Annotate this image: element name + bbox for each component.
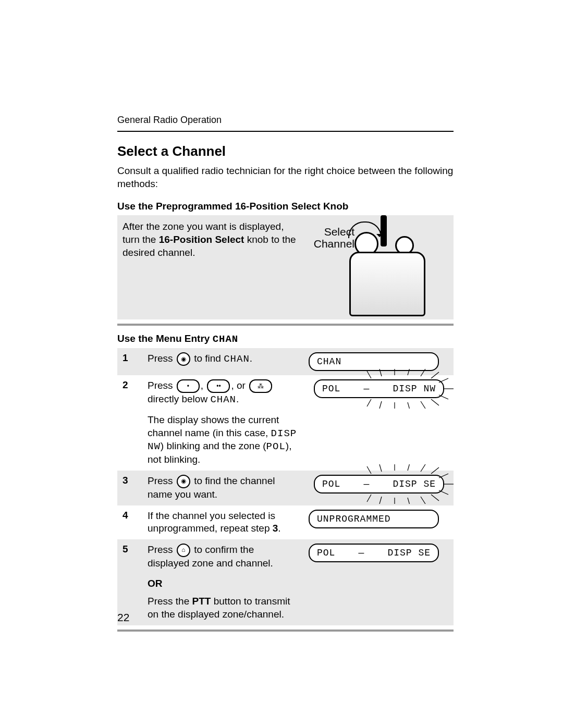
display-separator: — xyxy=(335,548,387,558)
page: General Radio Operation Select a Channel… xyxy=(0,0,563,728)
step-text: Press ◉ to find CHAN. xyxy=(148,352,298,366)
section-a-text: After the zone you want is displayed, tu… xyxy=(117,220,302,259)
step-number: 5 xyxy=(123,544,137,555)
svg-line-26 xyxy=(408,498,410,504)
display-left-text: POL xyxy=(322,479,340,489)
step-displays: POL—DISP SE xyxy=(309,475,449,493)
blinking-display: POL—DISP SE xyxy=(309,475,449,493)
code-text: CHAN xyxy=(224,353,250,365)
steps-list: 1Press ◉ to find CHAN.CHAN2Press •, ••, … xyxy=(117,348,454,625)
radio-illustration-container: Select Channel ➤ xyxy=(313,220,454,314)
radio-antenna xyxy=(381,215,387,246)
code-text: CHAN xyxy=(210,394,236,405)
step-row: 1Press ◉ to find CHAN.CHAN xyxy=(117,348,454,375)
svg-line-28 xyxy=(380,497,382,504)
bold-text: PTT xyxy=(192,596,211,607)
lcd-display: CHAN xyxy=(309,352,439,371)
step-number: 3 xyxy=(123,475,137,486)
svg-line-10 xyxy=(421,401,425,409)
step-row: 2Press •, ••, or ⁂ directly below CHAN.T… xyxy=(117,375,454,470)
svg-line-29 xyxy=(367,495,371,502)
or-label: OR xyxy=(148,577,298,590)
text: Press xyxy=(148,380,176,391)
nav-button-icon: ◉ xyxy=(177,352,190,366)
text: . xyxy=(250,353,252,364)
display-right-text: DISP NW xyxy=(393,384,436,394)
step-row: 3Press ◉ to find the channel name you wa… xyxy=(117,471,454,505)
svg-line-13 xyxy=(380,401,382,409)
select-channel-label: Select Channel xyxy=(308,226,354,250)
step-displays: POL—DISP NW xyxy=(309,379,449,398)
step-number: 2 xyxy=(123,379,137,391)
lcd-display: UNPROGRAMMED xyxy=(309,510,439,528)
step-row: 5Press ⌂ to confirm the displayed zone a… xyxy=(117,539,454,625)
text: The display shows the current channel na… xyxy=(148,414,279,438)
svg-line-24 xyxy=(431,495,439,501)
text: to find xyxy=(191,353,224,364)
step-number: 1 xyxy=(123,352,137,364)
step-text: Press •, ••, or ⁂ directly below CHAN.Th… xyxy=(148,379,298,466)
lcd-display: POL—DISP SE xyxy=(309,544,439,562)
text: , or xyxy=(231,380,248,391)
section-divider xyxy=(117,324,454,326)
softkey-1-icon: • xyxy=(177,379,200,393)
bold-text: 3 xyxy=(273,523,278,534)
display-left-text: CHAN xyxy=(317,356,341,367)
code-text: POL xyxy=(266,441,286,452)
radio-illustration: Select Channel ➤ xyxy=(313,220,433,314)
svg-line-11 xyxy=(408,402,410,409)
display-right-text: DISP SE xyxy=(387,548,431,558)
lcd-display: POL—DISP SE xyxy=(314,475,444,493)
text: , xyxy=(201,380,206,391)
section-b-heading: Use the Menu Entry CHAN xyxy=(117,333,454,345)
nav-button-icon: ◉ xyxy=(177,475,190,488)
header-rule xyxy=(117,131,454,132)
text: directly below xyxy=(148,393,210,404)
text: ) blinking and the zone ( xyxy=(161,440,266,451)
step-number: 4 xyxy=(123,510,137,521)
text: . xyxy=(278,523,280,534)
section-a-block: After the zone you want is displayed, tu… xyxy=(117,215,454,319)
text: Press xyxy=(148,475,176,486)
home-button-icon: ⌂ xyxy=(177,544,190,557)
display-separator: — xyxy=(340,479,393,489)
svg-line-14 xyxy=(367,399,371,406)
step-extra-text: Press the PTT button to transmit on the … xyxy=(148,595,298,621)
display-right-text: DISP SE xyxy=(393,479,436,489)
step-text: Press ⌂ to confirm the displayed zone an… xyxy=(148,544,298,621)
text: Press the xyxy=(148,596,192,607)
text-bold: 16-Position Select xyxy=(159,234,244,245)
step-extra-text: The display shows the current channel na… xyxy=(148,414,298,466)
page-number: 22 xyxy=(117,611,129,624)
text: Press xyxy=(148,353,176,364)
bottom-divider xyxy=(117,630,454,632)
display-left-text: POL xyxy=(317,548,335,558)
step-text: If the channel you selected is unprogram… xyxy=(148,510,298,535)
softkey-2-icon: •• xyxy=(207,379,230,393)
intro-paragraph: Consult a qualified radio technician for… xyxy=(117,165,454,190)
step-displays: CHAN xyxy=(309,352,449,371)
text: If the channel you selected is unprogram… xyxy=(148,510,275,534)
section-a-heading: Use the Preprogrammed 16-Position Select… xyxy=(117,201,454,212)
running-header: General Radio Operation xyxy=(117,115,454,126)
display-left-text: UNPROGRAMMED xyxy=(317,514,391,524)
page-title: Select a Channel xyxy=(117,143,454,159)
step-displays: POL—DISP SE xyxy=(309,544,449,562)
display-left-text: POL xyxy=(322,384,340,394)
softkey-3-icon: ⁂ xyxy=(249,379,272,393)
blinking-display: POL—DISP NW xyxy=(309,379,449,398)
lcd-display: POL—DISP NW xyxy=(314,379,444,398)
step-displays: UNPROGRAMMED xyxy=(309,510,449,528)
text: Press xyxy=(148,544,176,555)
step-text: Press ◉ to find the channel name you wan… xyxy=(148,475,298,501)
step-row: 4If the channel you selected is unprogra… xyxy=(117,505,454,539)
svg-line-9 xyxy=(431,399,439,405)
svg-line-25 xyxy=(421,497,425,504)
display-separator: — xyxy=(340,384,393,394)
radio-body-icon xyxy=(349,252,425,316)
text: . xyxy=(236,393,239,404)
